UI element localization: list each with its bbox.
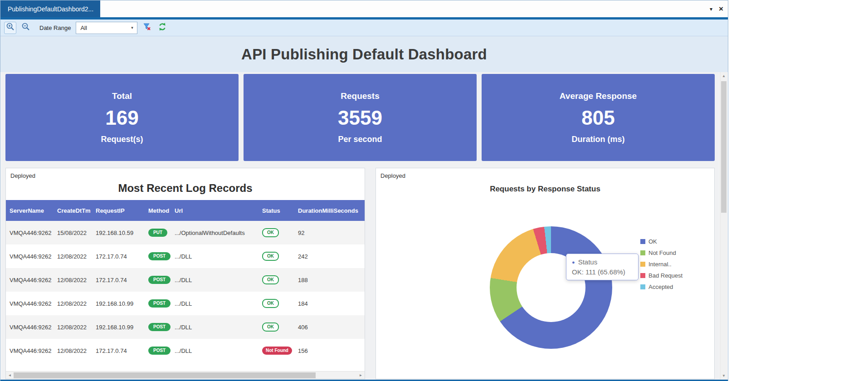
ip-cell: 192.168.10.99 [92,315,145,339]
log-table-clip: ServerNameCreateDtTmRequestIPMethodUrlSt… [6,200,365,362]
legend-swatch [640,284,645,289]
clear-filter-button[interactable] [141,22,153,34]
server-cell: VMQA446:9262 [6,292,54,315]
window-menu-button[interactable]: ▾ [710,6,712,12]
scroll-right-icon[interactable]: ► [357,373,365,377]
method-cell: POST [145,315,171,339]
method-badge: PUT [148,229,167,237]
method-badge: POST [148,323,171,331]
horizontal-scroll-thumb[interactable] [14,372,316,378]
ip-cell: 172.17.0.74 [92,339,145,362]
tooltip-series-label: Status [578,258,598,266]
chevron-down-icon[interactable]: ▾ [127,22,137,34]
kpi-card-requests: Requests 3559 Per second [244,74,477,161]
zoom-out-button[interactable] [20,22,32,34]
table-row[interactable]: VMQA446:926212/08/2022172.17.0.74POST...… [6,339,365,362]
panels-row: Deployed Most Recent Log Records ServerN… [5,168,715,379]
refresh-button[interactable] [156,22,168,34]
legend-swatch [640,250,645,255]
tab-title: PublishingDefaultDashbord2... [8,5,93,13]
status-cell: OK [258,292,294,315]
method-cell: PUT [145,221,171,244]
legend-item[interactable]: Accepted [640,283,683,290]
column-header[interactable]: ServerName [6,200,54,221]
tab-publishing-dashboard[interactable]: PublishingDefaultDashbord2... [0,0,100,17]
ip-cell: 192.168.10.99 [92,292,145,315]
status-badge: Not Found [262,347,292,355]
kpi-row: Total 169 Request(s) Requests 3559 Per s… [5,74,715,161]
legend-swatch [640,239,645,244]
column-header[interactable]: Method [145,200,171,221]
scroll-down-icon[interactable]: ▼ [720,372,727,380]
vertical-scroll-thumb[interactable] [721,81,727,213]
column-header[interactable]: CreateDtTm [54,200,92,221]
status-badge: OK [262,252,279,261]
response-status-panel: Deployed Requests by Response Status OKN… [375,168,715,379]
column-header[interactable]: DurationMilliSeconds [294,200,365,221]
horizontal-scroll-track[interactable] [14,372,357,378]
status-cell: OK [258,221,294,244]
duration-cell: 184 [294,292,365,315]
donut-chart[interactable] [490,226,612,349]
column-header[interactable]: Status [258,200,294,221]
kpi-value: 169 [105,108,138,128]
kpi-label: Average Response [560,91,637,101]
date-cell: 15/08/2022 [54,221,92,244]
dashboard-header: API Publishing Default Dashboard [0,36,728,72]
kpi-sublabel: Per second [338,135,382,144]
url-cell: .../DLL [171,244,258,268]
log-table-header-row: ServerNameCreateDtTmRequestIPMethodUrlSt… [6,200,365,221]
duration-cell: 156 [294,339,365,362]
zoom-in-button[interactable] [4,22,16,34]
table-row[interactable]: VMQA446:926212/08/2022192.168.10.99POST.… [6,292,365,315]
legend-item[interactable]: Internal.. [640,261,683,268]
scroll-up-icon[interactable]: ▲ [720,72,727,80]
kpi-card-average-response: Average Response 805 Duration (ms) [482,74,715,161]
duration-cell: 188 [294,268,365,292]
duration-cell: 406 [294,315,365,339]
kpi-value: 805 [581,108,614,128]
duration-cell: 242 [294,244,365,268]
server-cell: VMQA446:9262 [6,221,54,244]
table-row[interactable]: VMQA446:926212/08/2022172.17.0.74POST...… [6,268,365,292]
zoom-out-icon [21,22,30,33]
window-close-button[interactable]: × [719,5,723,13]
scroll-left-icon[interactable]: ◄ [6,373,14,377]
kpi-sublabel: Request(s) [101,135,143,144]
legend-label: Not Found [649,249,676,256]
app-window: PublishingDefaultDashbord2... ▾ × [0,0,728,381]
ip-cell: 172.17.0.74 [92,268,145,292]
horizontal-scrollbar[interactable]: ◄ ► [6,371,365,379]
legend-item[interactable]: OK [640,238,683,245]
series-bullet-icon: ● [572,259,575,265]
log-table-body: VMQA446:926215/08/2022192.168.10.59PUT..… [6,221,365,362]
duration-cell: 92 [294,221,365,244]
legend-swatch [640,273,645,278]
window-controls: ▾ × [710,0,723,17]
table-row[interactable]: VMQA446:926215/08/2022192.168.10.59PUT..… [6,221,365,244]
ip-cell: 192.168.10.59 [92,221,145,244]
chart-title: Requests by Response Status [376,185,714,194]
document-tabstrip: PublishingDefaultDashbord2... ▾ × [0,0,728,17]
table-row[interactable]: VMQA446:926212/08/2022192.168.10.99POST.… [6,315,365,339]
date-cell: 12/08/2022 [54,339,92,362]
method-cell: POST [145,244,171,268]
legend-item[interactable]: Bad Request [640,272,683,279]
legend-item[interactable]: Not Found [640,249,683,256]
status-badge: OK [262,299,279,308]
column-header[interactable]: RequestIP [92,200,145,221]
url-cell: .../DLL [171,315,258,339]
status-badge: OK [262,275,279,284]
deployed-label: Deployed [376,168,714,180]
deployed-label: Deployed [6,168,365,180]
legend-label: OK [649,238,657,245]
table-row[interactable]: VMQA446:926212/08/2022172.17.0.74POST...… [6,244,365,268]
vertical-scrollbar[interactable]: ▲ ▼ [720,72,727,380]
column-header[interactable]: Url [171,200,258,221]
status-badge: OK [262,322,279,332]
method-badge: POST [148,347,171,355]
legend-label: Accepted [649,283,673,290]
date-range-select[interactable]: All ▾ [76,22,137,34]
date-cell: 12/08/2022 [54,315,92,339]
method-cell: POST [145,268,171,292]
